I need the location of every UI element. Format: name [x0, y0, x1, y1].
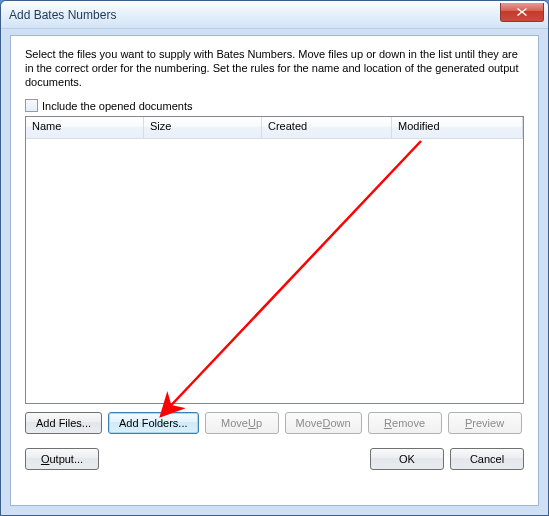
add-folders-button[interactable]: Add Folders... — [108, 412, 198, 434]
preview-button[interactable]: Preview — [448, 412, 522, 434]
ok-button[interactable]: OK — [370, 448, 444, 470]
dialog-window: Add Bates Numbers Select the files you w… — [0, 0, 549, 516]
column-size[interactable]: Size — [144, 117, 262, 138]
titlebar: Add Bates Numbers — [1, 1, 548, 29]
include-opened-label: Include the opened documents — [42, 100, 192, 112]
column-name[interactable]: Name — [26, 117, 144, 138]
output-underline: O — [41, 453, 50, 465]
action-button-row: Add Files... Add Folders... Move Up Move… — [25, 412, 524, 434]
window-title: Add Bates Numbers — [9, 8, 116, 22]
add-files-button[interactable]: Add Files... — [25, 412, 102, 434]
include-opened-row[interactable]: Include the opened documents — [25, 99, 524, 112]
column-modified[interactable]: Modified — [392, 117, 523, 138]
close-button[interactable] — [500, 3, 544, 22]
remove-button[interactable]: Remove — [368, 412, 442, 434]
file-list[interactable]: Name Size Created Modified — [25, 116, 524, 404]
include-opened-checkbox[interactable] — [25, 99, 38, 112]
move-up-underline: U — [248, 417, 256, 429]
column-created[interactable]: Created — [262, 117, 392, 138]
move-down-underline: D — [322, 417, 330, 429]
preview-underline: P — [465, 417, 472, 429]
output-button[interactable]: Output... — [25, 448, 99, 470]
instruction-text: Select the files you want to supply with… — [25, 48, 524, 89]
remove-underline: R — [384, 417, 392, 429]
move-up-button[interactable]: Move Up — [205, 412, 279, 434]
client-area: Select the files you want to supply with… — [10, 35, 539, 506]
move-down-button[interactable]: Move Down — [285, 412, 362, 434]
cancel-button[interactable]: Cancel — [450, 448, 524, 470]
bottom-button-row: Output... OK Cancel — [25, 448, 524, 470]
close-icon — [516, 7, 528, 17]
list-header: Name Size Created Modified — [26, 117, 523, 139]
